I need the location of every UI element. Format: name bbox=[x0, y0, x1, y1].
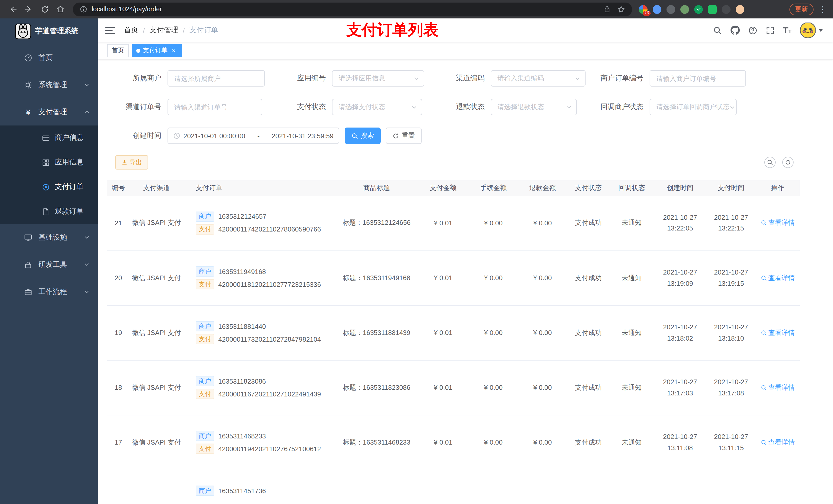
sidebar-item-payment[interactable]: ¥ 支付管理 bbox=[0, 98, 98, 125]
sidebar-item-pay-order[interactable]: 支付订单 bbox=[0, 175, 98, 199]
cell-notify-status: 未通知 bbox=[610, 250, 654, 305]
channel-order-no-input[interactable] bbox=[168, 99, 262, 115]
merchant-order-no: 1635311881440 bbox=[218, 322, 266, 330]
notify-status-select[interactable]: 请选择订单回调商户状态 bbox=[649, 99, 737, 115]
reset-button[interactable]: 重置 bbox=[386, 127, 422, 144]
sidebar-toggle-icon[interactable] bbox=[105, 27, 115, 34]
view-detail-link[interactable]: 查看详情 bbox=[761, 438, 795, 447]
share-icon[interactable] bbox=[603, 5, 611, 13]
sidebar-item-workflow[interactable]: 工作流程 bbox=[0, 278, 98, 305]
chevron-down-icon bbox=[575, 75, 580, 81]
sidebar-item-system[interactable]: 系统管理 bbox=[0, 71, 98, 98]
column-header: 编号 bbox=[107, 180, 129, 196]
github-icon[interactable] bbox=[730, 26, 739, 35]
extension-icon[interactable] bbox=[667, 5, 675, 14]
reload-icon[interactable] bbox=[38, 3, 51, 16]
cell-channel: 微信 JSAPI 支付 bbox=[129, 415, 184, 470]
url-text: localhost:1024/pay/order bbox=[92, 6, 162, 13]
extension-icon[interactable] bbox=[722, 5, 731, 14]
refresh-table-button[interactable] bbox=[782, 157, 793, 168]
view-detail-link[interactable]: 查看详情 bbox=[761, 383, 795, 392]
pay-badge: 支付 bbox=[196, 443, 214, 454]
address-bar[interactable]: localhost:1024/pay/order bbox=[73, 2, 632, 16]
breadcrumb: 首页 / 支付管理 / 支付订单 bbox=[124, 26, 218, 35]
extension-icon[interactable] bbox=[653, 5, 661, 14]
chevron-down-icon bbox=[84, 289, 90, 294]
cell-id bbox=[107, 470, 129, 504]
date-range-picker[interactable]: 2021-10-01 00:00:00 - 2021-10-31 23:59:5… bbox=[168, 127, 339, 144]
merchant-order-line: 商户 1635312124657 bbox=[196, 212, 336, 222]
extension-icon[interactable] bbox=[708, 5, 717, 14]
view-detail-link[interactable]: 查看详情 bbox=[761, 328, 795, 337]
merchant-badge: 商户 bbox=[196, 431, 214, 441]
table-row: 17 微信 JSAPI 支付 商户 1635311468233 支付 bbox=[107, 415, 800, 470]
pay-status-select[interactable]: 请选择支付状态 bbox=[332, 99, 422, 115]
fullscreen-icon[interactable] bbox=[766, 26, 774, 34]
pay-order-line: 支付 4200001173202110272847982104 bbox=[196, 334, 336, 344]
cell-title: 标题：1635312124656 bbox=[336, 196, 418, 250]
app-select[interactable]: 请选择应用信息 bbox=[332, 70, 424, 87]
export-button[interactable]: 导出 bbox=[115, 155, 148, 170]
search-icon[interactable] bbox=[713, 26, 721, 34]
cell-amount bbox=[418, 470, 469, 504]
extension-icon[interactable] bbox=[680, 5, 689, 14]
back-icon[interactable] bbox=[6, 3, 20, 16]
search-icon bbox=[352, 133, 358, 139]
sidebar-item-devtools[interactable]: 研发工具 bbox=[0, 251, 98, 278]
sidebar-item-merchant-info[interactable]: 商户信息 bbox=[0, 125, 98, 150]
channel-code-select[interactable]: 请输入渠道编码 bbox=[491, 70, 586, 87]
filter-label: 创建时间 bbox=[115, 131, 168, 140]
pay-order-line: 支付 4200001167202110271022491439 bbox=[196, 389, 336, 399]
merchant-badge: 商户 bbox=[196, 486, 214, 496]
active-dot bbox=[136, 48, 140, 52]
breadcrumb-separator: / bbox=[143, 26, 145, 34]
home-icon[interactable] bbox=[54, 3, 67, 16]
cell-fee: ¥ 0.00 bbox=[469, 250, 518, 305]
table-body: 21 微信 JSAPI 支付 商户 1635312124657 支付 bbox=[107, 196, 800, 504]
sidebar-item-home[interactable]: 首页 bbox=[0, 44, 98, 71]
extension-icon[interactable]: 10 bbox=[639, 5, 647, 14]
download-icon bbox=[121, 159, 127, 165]
sidebar-item-label: 商户信息 bbox=[55, 133, 84, 142]
navbar-actions: TT bbox=[713, 23, 823, 38]
browser-update-button[interactable]: 更新 bbox=[789, 3, 813, 15]
cell-notify-status: 未通知 bbox=[610, 305, 654, 360]
site-info-icon[interactable] bbox=[80, 6, 87, 13]
merchant-badge: 商户 bbox=[196, 321, 214, 331]
breadcrumb-pay[interactable]: 支付管理 bbox=[149, 26, 178, 35]
cell-pay-status: 支付成功 bbox=[567, 196, 610, 250]
cell-amount: ¥ 0.01 bbox=[418, 305, 469, 360]
extension-icon[interactable] bbox=[694, 5, 703, 14]
app-logo[interactable]: 芋道管理系统 bbox=[0, 19, 98, 44]
font-size-icon[interactable]: TT bbox=[783, 26, 791, 34]
forward-icon[interactable] bbox=[22, 3, 35, 16]
help-icon[interactable] bbox=[748, 26, 757, 34]
column-header: 支付状态 bbox=[567, 180, 610, 196]
sidebar-item-refund-order[interactable]: 退款订单 bbox=[0, 199, 98, 224]
sidebar-item-infra[interactable]: 基础设施 bbox=[0, 224, 98, 251]
view-detail-link[interactable]: 查看详情 bbox=[761, 273, 795, 283]
cell-actions bbox=[756, 470, 800, 504]
merchant-order-no-input[interactable] bbox=[649, 70, 746, 87]
chevron-down-icon bbox=[84, 82, 90, 88]
close-icon[interactable]: × bbox=[170, 47, 177, 54]
toggle-search-button[interactable] bbox=[764, 157, 776, 168]
breadcrumb-home[interactable]: 首页 bbox=[124, 26, 138, 35]
target-icon bbox=[42, 183, 50, 191]
search-button[interactable]: 搜索 bbox=[345, 127, 381, 144]
refund-status-select[interactable]: 请选择退款状态 bbox=[491, 99, 577, 115]
user-menu[interactable] bbox=[800, 23, 823, 38]
sidebar-item-label: 首页 bbox=[39, 53, 53, 62]
view-detail-link[interactable]: 查看详情 bbox=[761, 218, 795, 228]
merchant-input[interactable] bbox=[168, 70, 265, 87]
cell-fee: ¥ 0.00 bbox=[469, 305, 518, 360]
browser-menu-icon[interactable]: ⋮ bbox=[819, 4, 827, 14]
tab-pay-order[interactable]: 支付订单 × bbox=[132, 44, 182, 57]
sidebar-item-app-info[interactable]: 应用信息 bbox=[0, 150, 98, 175]
profile-avatar[interactable] bbox=[736, 5, 744, 14]
bookmark-star-icon[interactable] bbox=[617, 5, 625, 13]
column-header: 操作 bbox=[756, 180, 800, 196]
cell-pay-status: 支付成功 bbox=[567, 415, 610, 470]
tab-home[interactable]: 首页 bbox=[107, 44, 128, 57]
filter-label: 回调商户状态 bbox=[587, 102, 649, 112]
